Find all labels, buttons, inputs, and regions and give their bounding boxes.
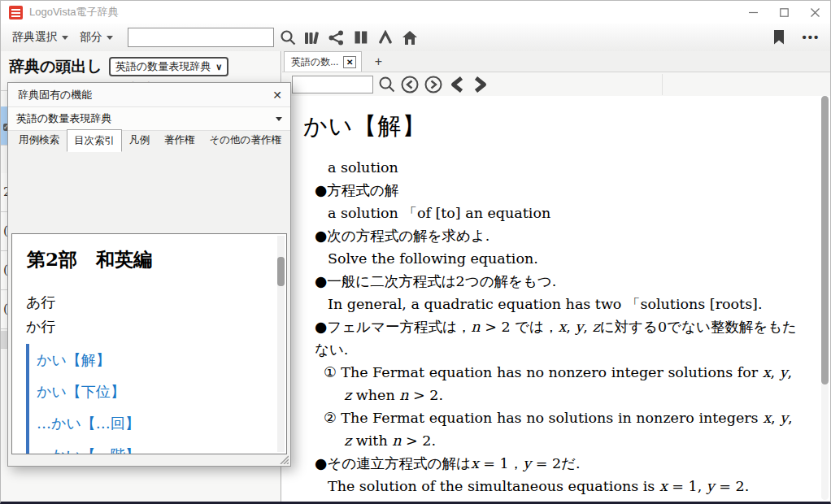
article-line: ●フェルマー方程式は，n > 2 では，x, y, zに対する0でない整数解をも… — [315, 315, 803, 361]
history-forward-button[interactable] — [423, 74, 444, 95]
search-button[interactable] — [276, 27, 298, 49]
partial-match-label: 部分 — [80, 30, 102, 45]
document-tab[interactable]: 英語の数... ✕ — [284, 51, 362, 72]
article-search-input[interactable] — [292, 76, 373, 93]
document-tab-label: 英語の数... — [291, 55, 338, 69]
chevron-down-icon — [276, 117, 282, 121]
index-entry-link[interactable]: …かい【…回】 — [26, 407, 272, 439]
close-icon: ✕ — [346, 58, 353, 67]
bookshelf-icon — [304, 30, 320, 45]
article-line: Solve the following equation. — [328, 247, 803, 270]
scrollbar-thumb[interactable] — [277, 257, 285, 286]
search-icon — [378, 76, 395, 93]
logovista-logo-icon — [9, 6, 23, 20]
back-circle-icon — [401, 76, 419, 93]
dialog-close-button[interactable]: ✕ — [272, 89, 282, 102]
article-line: The solution of the simultaneous equatio… — [328, 475, 803, 497]
article-line: In general, a quadratic equation has two… — [328, 293, 803, 315]
article-line: a solution — [328, 156, 803, 179]
dictionary-select-menu[interactable]: 辞典選択 — [12, 30, 68, 45]
dialog-title-bar[interactable]: 辞典固有の機能 ✕ — [8, 83, 290, 107]
chevron-right-icon — [473, 76, 488, 93]
article-line: ●一般に二次方程式は2つの解をもつ. — [315, 270, 803, 293]
article-content: かい【解】 a solution●方程式の解a solution 「of [to… — [282, 96, 830, 502]
bookmark-button[interactable] — [768, 27, 790, 49]
dialog-tab[interactable]: 用例検索 — [11, 130, 67, 151]
accessory-tool-button[interactable] — [374, 27, 396, 49]
chevron-down-icon: ∨ — [215, 62, 222, 72]
home-icon — [402, 30, 418, 46]
article-line: ② The Fermat equation has no solutions i… — [324, 406, 803, 452]
accessory-tool-icon — [377, 30, 394, 45]
more-icon: ••• — [803, 33, 820, 41]
split-view-icon — [354, 30, 368, 45]
document-tab-bar: 英語の数... ✕ + — [282, 51, 830, 72]
tab-close-button[interactable]: ✕ — [343, 56, 356, 68]
global-search-input[interactable] — [128, 28, 274, 47]
maximize-button[interactable] — [768, 1, 799, 24]
next-entry-button[interactable] — [470, 74, 491, 95]
index-entry: か行 — [26, 315, 272, 339]
window-controls — [737, 1, 830, 24]
article-line: ① The Fermat equation has no nonzero int… — [324, 361, 803, 406]
dialog-tab[interactable]: 目次索引 — [67, 129, 122, 152]
index-entry: 第2部 和英編 — [27, 247, 272, 272]
toolbar-separator — [662, 74, 663, 95]
share-icon — [328, 30, 344, 46]
article-line: ●方程式の解 — [315, 179, 803, 202]
dialog-title: 辞典固有の機能 — [18, 88, 92, 102]
chevron-down-icon — [107, 36, 113, 40]
dictionary-functions-dialog: 辞典固有の機能 ✕ 英語の数量表現辞典 用例検索目次索引凡例著作権その他の著作権… — [7, 82, 291, 467]
scrollbar-thumb[interactable] — [821, 96, 829, 385]
index-entry-link[interactable]: かい【下位】 — [26, 376, 272, 407]
more-button[interactable]: ••• — [800, 27, 822, 49]
index-entry-link[interactable]: …かい【…階】 — [26, 439, 272, 454]
dialog-dictionary-label: 英語の数量表現辞典 — [16, 111, 111, 126]
index-scrollbar[interactable] — [277, 236, 285, 452]
article-search-button[interactable] — [376, 74, 397, 95]
minimize-button[interactable] — [737, 1, 768, 24]
previous-entry-button[interactable] — [446, 74, 468, 95]
app-window: LogoVista電子辞典 辞典選択 部分 — [0, 0, 831, 504]
close-button[interactable] — [799, 1, 830, 24]
chevron-left-icon — [450, 76, 464, 93]
article-body: a solution●方程式の解a solution 「of [to] an e… — [303, 156, 803, 502]
main-toolbar: 辞典選択 部分 ••• — [1, 24, 830, 51]
forward-circle-icon — [424, 76, 442, 93]
split-view-button[interactable] — [350, 27, 372, 49]
article-scrollbar[interactable] — [821, 96, 829, 500]
search-icon — [280, 29, 296, 46]
index-list: 第2部 和英編あ行か行かい【解】かい【下位】…かい【…回】…かい【…階】かいいん… — [11, 233, 287, 454]
index-entry-link[interactable]: かい【解】 — [26, 344, 272, 376]
dialog-tab[interactable]: その他の著作権 — [202, 130, 289, 151]
partial-match-menu[interactable]: 部分 — [80, 30, 113, 45]
chevron-down-icon — [62, 36, 68, 40]
new-tab-button[interactable]: + — [362, 51, 394, 72]
dialog-tab[interactable]: 著作権 — [157, 130, 202, 151]
minimize-icon — [749, 8, 758, 17]
close-icon — [811, 8, 820, 17]
article-line: a solution 「of [to] an equation — [328, 202, 803, 224]
left-panel-header: 辞典の頭出し 英語の数量表現辞典 ∨ — [1, 51, 281, 80]
resize-grip[interactable] — [278, 454, 289, 464]
history-back-button[interactable] — [399, 74, 420, 95]
dictionary-dropdown-label: 英語の数量表現辞典 — [115, 59, 211, 74]
bookshelf-button[interactable] — [301, 27, 323, 49]
dialog-tab[interactable]: 凡例 — [122, 130, 157, 151]
close-icon: ✕ — [272, 89, 282, 102]
dictionary-dropdown[interactable]: 英語の数量表現辞典 ∨ — [109, 57, 228, 76]
title-bar: LogoVista電子辞典 — [1, 1, 830, 24]
article-line: ●次の方程式の解を求めよ. — [315, 224, 803, 247]
window-title: LogoVista電子辞典 — [29, 5, 119, 20]
dialog-dictionary-combo[interactable]: 英語の数量表現辞典 — [8, 107, 290, 131]
right-panel: 英語の数... ✕ + かい【解】 — [282, 51, 830, 502]
share-button[interactable] — [325, 27, 347, 49]
bookmark-icon — [773, 30, 785, 45]
article-line: ●その連立方程式の解はx = 1，y = 2だ. — [315, 452, 803, 475]
toolbar-right-group: ••• — [765, 27, 822, 49]
article-title: かい【解】 — [303, 111, 803, 143]
article-toolbar — [282, 72, 830, 96]
home-button[interactable] — [398, 27, 420, 49]
dictionary-select-label: 辞典選択 — [12, 30, 58, 45]
maximize-icon — [780, 8, 789, 17]
